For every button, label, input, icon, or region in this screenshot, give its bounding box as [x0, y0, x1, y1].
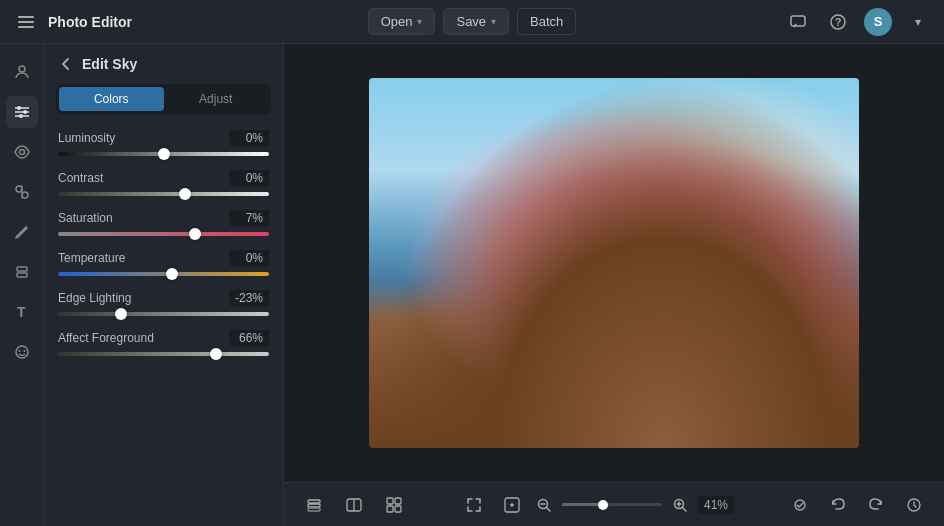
sidebar-eye-icon[interactable] [6, 136, 38, 168]
photo-canvas[interactable] [369, 78, 859, 448]
contrast-track[interactable] [58, 192, 269, 196]
grid-button[interactable] [380, 491, 408, 519]
temperature-value: 0% [229, 250, 269, 266]
svg-rect-20 [308, 500, 320, 503]
bottom-bar: 41% [284, 482, 944, 526]
svg-point-12 [22, 192, 28, 198]
temperature-slider-row: Temperature 0% [58, 250, 269, 276]
affect-foreground-thumb[interactable] [210, 348, 222, 360]
sidebar-sliders-icon[interactable] [6, 96, 38, 128]
svg-rect-27 [387, 506, 393, 512]
redo-button[interactable] [862, 491, 890, 519]
svg-line-32 [546, 507, 550, 511]
history-button[interactable] [900, 491, 928, 519]
contrast-label: Contrast [58, 171, 103, 185]
message-button[interactable] [784, 8, 812, 36]
svg-point-11 [16, 186, 22, 192]
tab-adjust[interactable]: Adjust [164, 87, 269, 111]
topbar-center: Open ▾ Save ▾ Batch [368, 8, 577, 35]
svg-rect-28 [395, 506, 401, 512]
svg-text:?: ? [835, 16, 842, 28]
svg-point-9 [19, 114, 23, 118]
sidebar-brush-icon[interactable] [6, 216, 38, 248]
luminosity-label: Luminosity [58, 131, 115, 145]
edge-lighting-value: -23% [229, 290, 269, 306]
contrast-slider-row: Contrast 0% [58, 170, 269, 196]
side-panel: Edit Sky Colors Adjust Luminosity 0% Con… [44, 44, 284, 526]
saturation-track[interactable] [58, 232, 269, 236]
layers-button[interactable] [300, 491, 328, 519]
saturation-thumb[interactable] [189, 228, 201, 240]
edge-lighting-thumb[interactable] [115, 308, 127, 320]
bottom-right [786, 491, 928, 519]
menu-button[interactable] [12, 8, 40, 36]
affect-foreground-slider-row: Affect Foreground 66% [58, 330, 269, 356]
expand-button[interactable]: ▾ [904, 8, 932, 36]
tab-row: Colors Adjust [56, 84, 271, 114]
svg-point-5 [17, 106, 21, 110]
main-area: T Edit Sky Colors Adjust [0, 44, 944, 526]
compare-button[interactable] [340, 491, 368, 519]
save-button[interactable]: Save ▾ [443, 8, 509, 35]
sidebar-text-icon[interactable]: T [6, 296, 38, 328]
sidebar-layers-icon[interactable] [6, 256, 38, 288]
svg-rect-14 [17, 267, 27, 271]
temperature-label: Temperature [58, 251, 125, 265]
contrast-thumb[interactable] [179, 188, 191, 200]
luminosity-track[interactable] [58, 152, 269, 156]
temperature-thumb[interactable] [166, 268, 178, 280]
canvas-area: 41% [284, 44, 944, 526]
help-button[interactable]: ? [824, 8, 852, 36]
edge-lighting-track[interactable] [58, 312, 269, 316]
back-button[interactable] [58, 56, 74, 72]
topbar: Photo Editor Open ▾ Save ▾ Batch ? S ▾ [0, 0, 944, 44]
svg-point-7 [23, 110, 27, 114]
affect-foreground-track[interactable] [58, 352, 269, 356]
fit-button[interactable] [460, 491, 488, 519]
open-chevron-icon: ▾ [417, 16, 422, 27]
panel-header: Edit Sky [44, 44, 283, 84]
temperature-track[interactable] [58, 272, 269, 276]
svg-point-3 [19, 66, 25, 72]
watermark-button[interactable] [786, 491, 814, 519]
affect-foreground-label: Affect Foreground [58, 331, 154, 345]
svg-point-18 [18, 350, 20, 352]
topbar-left: Photo Editor [12, 8, 368, 36]
avatar[interactable]: S [864, 8, 892, 36]
luminosity-thumb[interactable] [158, 148, 170, 160]
save-chevron-icon: ▾ [491, 16, 496, 27]
zoom-in-button[interactable] [672, 497, 688, 513]
sliders-area: Luminosity 0% Contrast 0% [44, 126, 283, 526]
svg-point-10 [19, 150, 24, 155]
bottom-center: 41% [460, 491, 734, 519]
open-button[interactable]: Open ▾ [368, 8, 436, 35]
batch-button[interactable]: Batch [517, 8, 576, 35]
svg-rect-22 [308, 508, 320, 511]
svg-rect-26 [395, 498, 401, 504]
svg-line-36 [682, 507, 686, 511]
undo-button[interactable] [824, 491, 852, 519]
affect-foreground-value: 66% [229, 330, 269, 346]
zoom-value: 41% [698, 496, 734, 514]
topbar-right: ? S ▾ [576, 8, 932, 36]
svg-text:T: T [17, 304, 26, 320]
tab-colors[interactable]: Colors [59, 87, 164, 111]
contrast-value: 0% [229, 170, 269, 186]
svg-rect-0 [791, 16, 805, 26]
saturation-value: 7% [229, 210, 269, 226]
sidebar-person-icon[interactable] [6, 56, 38, 88]
zoom-out-button[interactable] [536, 497, 552, 513]
sidebar-sticker-icon[interactable] [6, 336, 38, 368]
crop-zoom-button[interactable] [498, 491, 526, 519]
svg-rect-25 [387, 498, 393, 504]
saturation-label: Saturation [58, 211, 113, 225]
svg-point-19 [23, 350, 25, 352]
edge-lighting-label: Edge Lighting [58, 291, 131, 305]
canvas-main [284, 44, 944, 482]
saturation-slider-row: Saturation 7% [58, 210, 269, 236]
luminosity-slider-row: Luminosity 0% [58, 130, 269, 156]
icon-bar: T [0, 44, 44, 526]
zoom-slider[interactable] [562, 503, 662, 506]
panel-title: Edit Sky [82, 56, 137, 72]
sidebar-effects-icon[interactable] [6, 176, 38, 208]
